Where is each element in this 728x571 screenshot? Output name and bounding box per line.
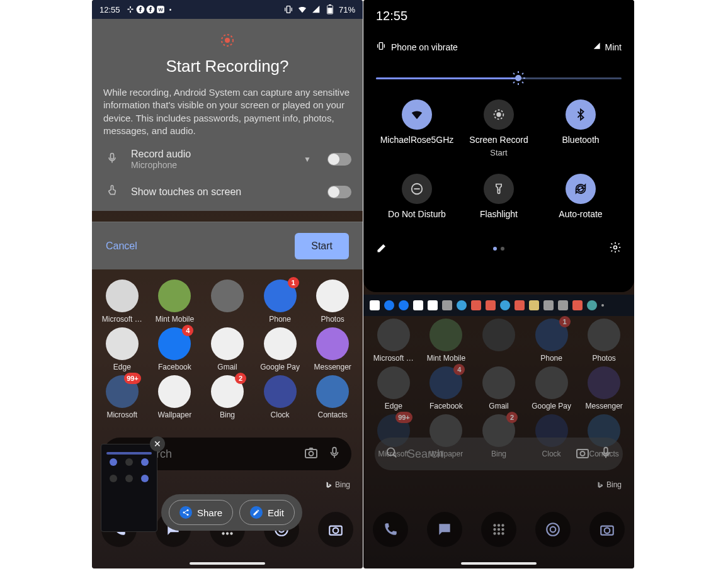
- touch-icon: [103, 184, 121, 200]
- app-google-pay[interactable]: Google Pay: [525, 366, 578, 410]
- qs-tile-screen-record[interactable]: Screen RecordStart: [458, 99, 540, 157]
- facebook-icon: [145, 4, 156, 14]
- app-label: Gmail: [217, 363, 237, 371]
- search-input[interactable]: [407, 448, 566, 461]
- svg-point-45: [498, 528, 500, 531]
- svg-point-50: [547, 523, 559, 536]
- show-touches-toggle[interactable]: [327, 186, 351, 198]
- mic-icon: [103, 152, 121, 167]
- qs-tile-label: MichaelRose5GHz: [380, 135, 454, 145]
- chevron-down-icon[interactable]: ▼: [304, 155, 311, 164]
- app-icon: 99+: [106, 375, 139, 408]
- camera-icon[interactable]: [575, 445, 590, 463]
- qs-tile-label: Screen Record: [469, 135, 528, 145]
- app-edge[interactable]: Edge: [367, 366, 420, 410]
- app-google-pay[interactable]: Google Pay: [254, 327, 307, 371]
- app-blank[interactable]: [201, 280, 254, 324]
- app-mint-mobile[interactable]: Mint Mobile: [149, 280, 202, 324]
- app-blank[interactable]: [472, 319, 525, 363]
- app-mint-mobile[interactable]: Mint Mobile: [420, 319, 473, 363]
- svg-point-33: [183, 512, 185, 514]
- search-bar[interactable]: [375, 438, 623, 470]
- bluetooth-icon: [566, 99, 596, 130]
- app-photos[interactable]: Photos: [306, 280, 359, 324]
- status-time: 12:55: [100, 5, 120, 14]
- wordpress-icon: W: [156, 4, 166, 14]
- dock-browser[interactable]: [535, 512, 571, 547]
- dock-messages[interactable]: [427, 512, 462, 547]
- dock-camera[interactable]: [589, 512, 625, 547]
- brightness-slider[interactable]: [376, 71, 622, 86]
- dialog-warning: While recording, Android System can capt…: [103, 86, 351, 137]
- svg-point-55: [515, 75, 521, 81]
- app-messenger[interactable]: Messenger: [306, 327, 359, 371]
- bing-icon: [500, 300, 510, 310]
- svg-point-47: [493, 532, 496, 534]
- qs-tile-auto-rotate[interactable]: Auto-rotate: [540, 174, 622, 220]
- key-icon: [529, 300, 539, 310]
- brightness-thumb[interactable]: [511, 71, 526, 86]
- app-microsoft-[interactable]: Microsoft …: [96, 280, 149, 324]
- app-facebook[interactable]: 4Facebook: [420, 366, 473, 410]
- qs-tile-flashlight[interactable]: Flashlight: [458, 174, 540, 220]
- svg-line-63: [513, 82, 515, 83]
- record-audio-row[interactable]: Record audio Microphone ▼: [103, 137, 351, 181]
- qs-tile-label: Auto-rotate: [559, 209, 602, 220]
- mic-icon[interactable]: [327, 446, 341, 462]
- qs-tile-label: Do Not Disturb: [388, 209, 446, 220]
- app-phone[interactable]: 1Phone: [525, 319, 578, 363]
- svg-text:W: W: [158, 7, 163, 13]
- facebook-icon: [399, 300, 409, 310]
- svg-rect-4: [333, 448, 336, 454]
- gesture-bar[interactable]: [190, 562, 265, 565]
- edit-button[interactable]: Edit: [239, 500, 295, 525]
- record-audio-toggle[interactable]: [327, 153, 351, 166]
- svg-point-31: [225, 38, 230, 43]
- app-photos[interactable]: Photos: [577, 319, 630, 363]
- qs-tile-bluetooth[interactable]: Bluetooth: [540, 99, 622, 157]
- dock-phone[interactable]: [373, 512, 408, 547]
- app-clock[interactable]: Clock: [254, 375, 307, 419]
- start-button[interactable]: Start: [295, 233, 349, 259]
- svg-point-42: [498, 524, 500, 526]
- app-icon: [158, 280, 191, 312]
- app-gmail[interactable]: Gmail: [472, 366, 525, 410]
- app-phone[interactable]: 1Phone: [254, 280, 307, 324]
- app-icon: [377, 366, 410, 399]
- camera-icon[interactable]: [304, 445, 319, 463]
- qs-tile-wifi[interactable]: MichaelRose5GHz: [376, 99, 458, 157]
- chat-icon: [515, 300, 525, 310]
- svg-point-51: [550, 527, 556, 533]
- svg-rect-28: [329, 4, 331, 6]
- qs-tile-dnd[interactable]: Do Not Disturb: [376, 174, 458, 220]
- dnd-icon: [402, 174, 432, 204]
- app-wallpaper[interactable]: Wallpaper: [149, 375, 202, 419]
- dock-apps[interactable]: [481, 512, 516, 547]
- screenshot-close-button[interactable]: ✕: [150, 436, 165, 451]
- mic-icon[interactable]: [599, 446, 613, 462]
- app-microsoft[interactable]: 99+Microsoft: [96, 375, 149, 419]
- app-bing[interactable]: 2Bing: [201, 375, 254, 419]
- app-edge[interactable]: Edge: [96, 327, 149, 371]
- cancel-button[interactable]: Cancel: [106, 240, 137, 252]
- svg-rect-40: [604, 448, 608, 454]
- show-touches-row[interactable]: Show touches on screen: [103, 181, 351, 211]
- app-messenger[interactable]: Messenger: [577, 366, 630, 410]
- share-button[interactable]: Share: [169, 500, 233, 525]
- bing-attribution: Bing: [325, 480, 350, 489]
- app-contacts[interactable]: Contacts: [306, 375, 359, 419]
- app-facebook[interactable]: 4Facebook: [149, 327, 202, 371]
- app-gmail[interactable]: Gmail: [201, 327, 254, 371]
- edit-tiles-button[interactable]: [376, 241, 389, 256]
- screenshot-thumbnail[interactable]: [101, 444, 157, 532]
- svg-line-61: [522, 82, 523, 83]
- svg-rect-32: [111, 153, 114, 159]
- notification-badge: 4: [182, 325, 193, 336]
- notification-badge: 99+: [124, 373, 141, 384]
- gesture-bar[interactable]: [461, 562, 537, 565]
- settings-button[interactable]: [609, 241, 622, 256]
- dialog-actions: Cancel Start: [92, 222, 363, 269]
- app-microsoft-[interactable]: Microsoft …: [367, 319, 420, 363]
- auto-rotate-icon: [566, 174, 596, 204]
- dock-camera[interactable]: [318, 512, 353, 547]
